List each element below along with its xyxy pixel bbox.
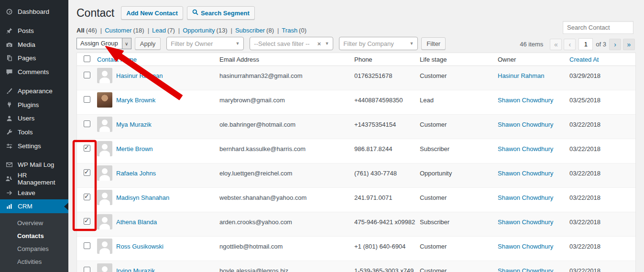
avatar: [97, 117, 112, 132]
comment-bubble-icon: [5, 68, 13, 76]
items-count: 46 items: [520, 41, 543, 48]
add-new-contact-button[interactable]: Add New Contact: [121, 6, 183, 20]
menu-separator: [0, 19, 68, 24]
sidebar-item-wp-mail-log[interactable]: WP Mail Log: [0, 158, 68, 172]
sidebar-item-settings[interactable]: Settings: [0, 139, 68, 153]
search-icon: [192, 9, 198, 17]
sidebar-item-crm[interactable]: CRM: [0, 199, 68, 213]
crm-submenu: Overview Contacts Companies Activities: [0, 213, 68, 272]
contact-name-link[interactable]: Ross Gusikowski: [114, 243, 219, 250]
sidebar-item-posts[interactable]: Posts: [0, 24, 68, 38]
select-all-checkbox[interactable]: [84, 55, 90, 62]
filter-link-lead[interactable]: Lead(7): [144, 27, 175, 34]
submenu-item-activities[interactable]: Activities: [0, 255, 68, 268]
contact-email: marybrown@gmail.com: [219, 97, 354, 104]
owner-link[interactable]: Shawon Chowdhury: [498, 170, 553, 177]
search-segment-button[interactable]: Search Segment: [187, 6, 255, 20]
row-checkbox[interactable]: [84, 242, 90, 249]
sidebar-item-hr-management[interactable]: HR Management: [0, 172, 68, 186]
contact-name-link[interactable]: Madisyn Shanahan: [114, 194, 219, 201]
table-row: Athena Blanda arden.crooks@yahoo.com 475…: [77, 212, 635, 237]
sidebar-item-pages[interactable]: Pages: [0, 52, 68, 65]
last-page-button[interactable]: »: [623, 39, 635, 50]
list-toolbar: Assign Group ∨ Apply Filter by Owner ▼ -…: [76, 37, 446, 50]
contact-name-link[interactable]: Mertie Brown: [114, 145, 219, 152]
sidebar-item-label: Leave: [18, 189, 35, 196]
sort-contact-name[interactable]: Contact Name: [97, 56, 137, 63]
sidebar-item-appearance[interactable]: Appearance: [0, 85, 68, 98]
row-checkbox[interactable]: [84, 96, 90, 103]
save-filter-select[interactable]: --Select save filter -- × ▼: [250, 37, 333, 50]
created-at: 03/22/2018: [569, 194, 636, 201]
row-checkbox[interactable]: [84, 72, 90, 78]
search-contact-input[interactable]: [563, 21, 633, 34]
sidebar-item-tools[interactable]: Tools: [0, 125, 68, 139]
owner-link[interactable]: Shawon Chowdhury: [498, 97, 553, 104]
sidebar-item-label: HR Management: [18, 172, 65, 186]
filter-link-opportunity[interactable]: Opportunity(13): [175, 27, 228, 34]
row-checkbox[interactable]: [84, 267, 90, 272]
filter-button[interactable]: Filter: [421, 37, 446, 50]
current-page-input[interactable]: [579, 38, 593, 50]
contact-name-link[interactable]: Mya Murazik: [114, 121, 219, 128]
row-checkbox-checked[interactable]: [84, 169, 90, 176]
clear-selection-icon[interactable]: ×: [317, 40, 321, 47]
sidebar-item-media[interactable]: Media: [0, 38, 68, 52]
envelope-icon: [5, 161, 13, 168]
contact-life-stage: Customer: [420, 121, 498, 128]
owner-link[interactable]: Shawon Chowdhury: [498, 194, 553, 201]
row-checkbox-checked[interactable]: [84, 218, 90, 225]
submenu-item-companies[interactable]: Companies: [0, 242, 68, 255]
sort-created-at[interactable]: Created At: [569, 56, 599, 63]
current-menu-arrow: [64, 203, 68, 210]
owner-link[interactable]: Hasinur Rahman: [498, 72, 545, 79]
contact-life-stage: Customer: [420, 72, 498, 79]
contact-name-link[interactable]: Athena Blanda: [114, 218, 219, 226]
contact-life-stage: Subscriber: [420, 145, 498, 152]
sidebar-item-label: Tools: [18, 129, 33, 136]
apply-button[interactable]: Apply: [135, 37, 161, 50]
sidebar-item-dashboard[interactable]: Dashboard: [0, 5, 68, 19]
filter-link-all[interactable]: All(46): [76, 27, 97, 34]
filter-link-trash[interactable]: Trash(0): [274, 27, 306, 34]
row-checkbox[interactable]: [84, 120, 90, 127]
owner-link[interactable]: Shawon Chowdhury: [498, 218, 553, 226]
owner-link[interactable]: Shawon Chowdhury: [498, 267, 553, 272]
filter-link-subscriber[interactable]: Subscriber(8): [228, 27, 274, 34]
sidebar-item-comments[interactable]: Comments: [0, 65, 68, 79]
owner-link[interactable]: Shawon Chowdhury: [498, 145, 553, 152]
page-title: Contact: [76, 7, 121, 20]
next-page-button[interactable]: ›: [609, 39, 621, 50]
submenu-item-overview[interactable]: Overview: [0, 217, 68, 229]
chevron-down-icon: ∨: [122, 38, 131, 49]
row-checkbox-checked[interactable]: [84, 194, 90, 200]
contact-name-link[interactable]: Hasinur Rahman: [114, 72, 219, 79]
contact-name-link[interactable]: Rafaela Johns: [114, 170, 219, 177]
pin-icon: [5, 27, 13, 34]
sidebar-item-plugins[interactable]: Plugins: [0, 98, 68, 112]
filter-link-customer[interactable]: Customer(18): [97, 27, 144, 34]
sidebar-item-label: WP Mail Log: [18, 161, 54, 168]
owner-link[interactable]: Shawon Chowdhury: [498, 243, 553, 250]
pagination: 46 items « ‹ of 3 › »: [520, 38, 635, 50]
lifestage-filter-links: All(46)Customer(18)Lead(7)Opportunity(13…: [76, 27, 306, 34]
bulk-action-select[interactable]: Assign Group ∨: [76, 38, 131, 49]
contacts-table: Contact Name Email Address Phone Life st…: [76, 53, 636, 272]
contact-life-stage: Customer: [420, 194, 498, 201]
avatar: [97, 68, 112, 83]
contact-name-link[interactable]: Irving Murazik: [114, 267, 219, 272]
sidebar-item-users[interactable]: Users: [0, 112, 68, 126]
owner-link[interactable]: Shawon Chowdhury: [498, 121, 553, 128]
contact-name-link[interactable]: Maryk Brownk: [114, 97, 219, 104]
contact-phone: 475-946-9421 x09982: [354, 218, 420, 226]
filter-by-owner-select[interactable]: Filter by Owner ▼: [166, 37, 244, 50]
table-header-row: Contact Name Email Address Phone Life st…: [77, 53, 635, 66]
filter-by-company-select[interactable]: Filter by Company ▼: [339, 37, 418, 50]
table-row: Mya Murazik ole.bahringer@hotmail.com +1…: [77, 115, 635, 139]
row-checkbox-checked[interactable]: [84, 145, 90, 152]
contact-email: bernhard.kassulke@harris.com: [219, 145, 354, 152]
sidebar-item-leave[interactable]: Leave: [0, 186, 68, 200]
main-content: Contact Add New Contact Search Segment A…: [68, 0, 644, 272]
contact-email: eloy.luettgen@reichel.com: [219, 170, 354, 177]
submenu-item-contacts[interactable]: Contacts: [0, 229, 68, 242]
